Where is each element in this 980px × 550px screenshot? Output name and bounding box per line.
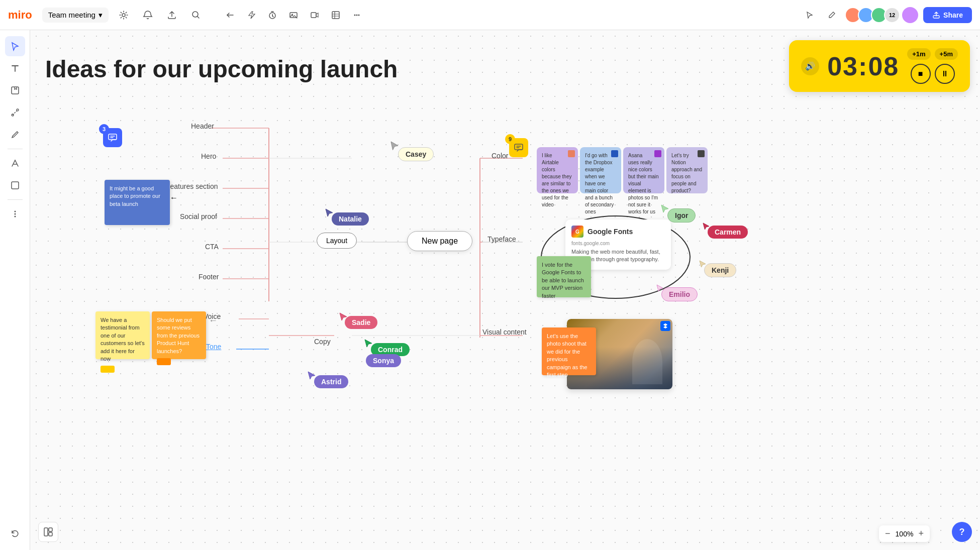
svg-point-7 bbox=[354, 14, 355, 16]
voice-arrow: ← bbox=[209, 315, 218, 326]
gf-title: Google Fonts bbox=[587, 228, 633, 236]
video-tool[interactable] bbox=[306, 6, 324, 24]
svg-rect-41 bbox=[515, 144, 523, 150]
sidebar-pen-tool[interactable] bbox=[5, 125, 25, 145]
upload-button[interactable] bbox=[163, 6, 181, 24]
sticky-note-testimonial[interactable]: We have a testimonial from one of our cu… bbox=[95, 311, 150, 359]
svg-rect-40 bbox=[109, 134, 117, 140]
svg-point-9 bbox=[358, 14, 359, 16]
note-card-dropbox[interactable]: I'd go with the Dropbox example when we … bbox=[580, 147, 621, 193]
note-card-asana[interactable]: Asana uses really nice colors but their … bbox=[623, 147, 664, 193]
help-button[interactable]: ? bbox=[952, 522, 972, 542]
user-tag-igor: Igor bbox=[667, 208, 696, 223]
mode-pen[interactable] bbox=[823, 6, 841, 24]
svg-point-8 bbox=[356, 14, 357, 16]
timer-add-5m[interactable]: +5m bbox=[935, 48, 958, 60]
note-card-airtable[interactable]: I like Airtable colors because they are … bbox=[537, 147, 578, 193]
lightning-tool[interactable] bbox=[242, 6, 260, 24]
board-name-label: Team meeting bbox=[48, 11, 95, 19]
table-tool[interactable] bbox=[327, 6, 345, 24]
timer-minutes: 03 bbox=[827, 52, 858, 81]
share-label: Share bbox=[943, 11, 963, 19]
svg-point-15 bbox=[14, 211, 16, 212]
user-tag-sadie: Sadie bbox=[345, 316, 377, 329]
app-logo: miro bbox=[8, 9, 32, 22]
user-tag-astrid: Astrid bbox=[314, 375, 348, 388]
timer-pause-button[interactable]: ⏸ bbox=[935, 64, 955, 84]
share-button[interactable]: Share bbox=[923, 7, 972, 23]
svg-rect-46 bbox=[44, 528, 48, 536]
current-user-avatar[interactable] bbox=[901, 6, 919, 24]
sidebar-shape-tool[interactable] bbox=[5, 175, 25, 195]
mindmap-lines bbox=[30, 30, 980, 550]
layout-button[interactable] bbox=[38, 522, 58, 542]
mm-label-tone[interactable]: Tone bbox=[206, 343, 221, 351]
mm-label-copy: Copy bbox=[314, 338, 331, 346]
timer-tool[interactable] bbox=[263, 6, 281, 24]
board-title: Ideas for our upcoming launch bbox=[45, 55, 398, 83]
timer-add-1m[interactable]: +1m bbox=[907, 48, 930, 60]
sidebar-connector-tool[interactable] bbox=[5, 102, 25, 123]
zoom-level: 100% bbox=[894, 530, 914, 538]
sticky-note-reviews[interactable]: Should we put some reviews from the prev… bbox=[152, 311, 206, 359]
mm-central-node[interactable]: New page bbox=[407, 231, 472, 251]
mode-select[interactable] bbox=[801, 6, 819, 24]
more-tools[interactable] bbox=[348, 6, 366, 24]
sticky-note-photo[interactable]: Let's use the photo shoot that we did fo… bbox=[542, 327, 596, 375]
toolbar: miro Team meeting ▾ bbox=[0, 0, 980, 30]
settings-button[interactable] bbox=[115, 6, 133, 24]
right-toolbar: 12 Share bbox=[801, 6, 972, 24]
svg-rect-11 bbox=[12, 87, 19, 94]
sticky-note-beta[interactable]: It might be a good place to promote our … bbox=[105, 180, 170, 225]
zoom-controls: − 100% + bbox=[879, 525, 930, 542]
mm-node-layout[interactable]: Layout bbox=[317, 233, 357, 249]
timer-sound-button[interactable]: 🔊 bbox=[801, 57, 819, 75]
comment-icon-1[interactable]: 3 bbox=[103, 128, 122, 147]
comment-icon-2[interactable]: 9 bbox=[509, 138, 528, 157]
user-tag-carmen: Carmen bbox=[708, 226, 748, 239]
svg-point-0 bbox=[122, 14, 125, 17]
sidebar-text-tool[interactable] bbox=[5, 58, 25, 78]
zoom-in-button[interactable]: + bbox=[918, 528, 924, 539]
sidebar-divider bbox=[8, 149, 23, 149]
mm-label-color: Color bbox=[492, 152, 508, 160]
mm-label-social: Social proof bbox=[180, 212, 217, 221]
sidebar-font-tool[interactable] bbox=[5, 153, 25, 173]
mm-label-features: Features section bbox=[166, 182, 218, 190]
timer-stop-button[interactable]: ■ bbox=[911, 64, 931, 84]
sidebar-sticky-tool[interactable] bbox=[5, 80, 25, 100]
collaborators-group[interactable]: 12 bbox=[845, 7, 900, 23]
sidebar-divider-2 bbox=[8, 199, 23, 200]
user-tag-casey: Casey bbox=[398, 147, 434, 161]
image-tool[interactable] bbox=[284, 6, 303, 24]
board-name-button[interactable]: Team meeting ▾ bbox=[42, 8, 109, 23]
svg-marker-45 bbox=[663, 323, 667, 326]
mm-label-cta: CTA bbox=[205, 243, 219, 251]
mm-label-hero: Hero bbox=[201, 152, 216, 160]
gf-url: fonts.google.com bbox=[571, 241, 665, 246]
search-button[interactable] bbox=[187, 6, 205, 24]
svg-rect-14 bbox=[12, 182, 19, 189]
back-tool[interactable] bbox=[221, 6, 239, 24]
left-sidebar bbox=[0, 30, 30, 550]
svg-point-13 bbox=[17, 109, 19, 111]
user-tag-sonya: Sonya bbox=[366, 354, 401, 367]
timer-controls: +1m +5m ■ ⏸ bbox=[907, 48, 958, 84]
note-card-notion[interactable]: Let's try Notion approach and focus on p… bbox=[666, 147, 708, 193]
user-tag-emilio: Emilio bbox=[661, 287, 698, 301]
sidebar-select-tool[interactable] bbox=[5, 36, 25, 56]
timer-colon: : bbox=[858, 52, 868, 81]
cursor-sonya: Sonya bbox=[366, 354, 401, 367]
sidebar-more-tools[interactable] bbox=[5, 204, 25, 224]
sticky-note-google-fonts[interactable]: I vote for the Google Fonts to be able t… bbox=[537, 256, 591, 297]
sidebar-undo[interactable] bbox=[5, 524, 25, 544]
avatar-count: 12 bbox=[884, 7, 900, 23]
notifications-button[interactable] bbox=[139, 6, 157, 24]
svg-point-17 bbox=[14, 216, 16, 217]
timer-seconds: 08 bbox=[868, 52, 899, 81]
timer-widget: 🔊 03:08 +1m +5m ■ ⏸ bbox=[789, 40, 970, 92]
canvas[interactable]: Ideas for our upcoming launch 🔊 03:08 +1… bbox=[30, 30, 980, 550]
user-tag-kenji: Kenji bbox=[704, 263, 736, 277]
chevron-down-icon: ▾ bbox=[99, 11, 103, 20]
zoom-out-button[interactable]: − bbox=[885, 528, 891, 539]
